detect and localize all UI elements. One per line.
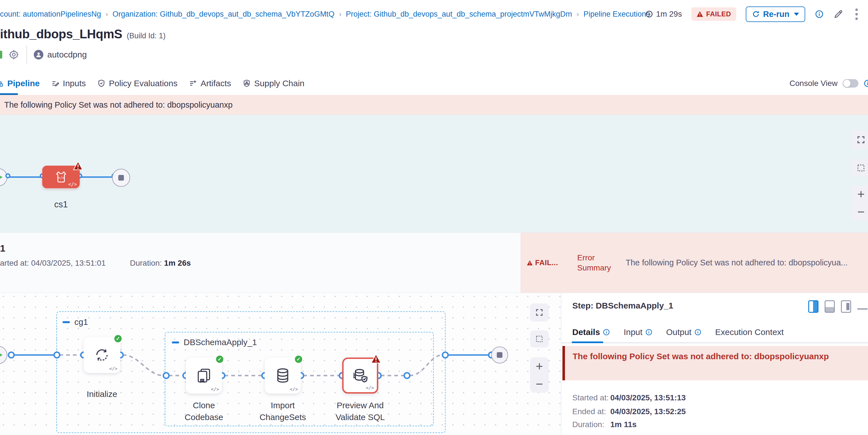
code-glyph: </> xyxy=(68,181,77,187)
failed-badge-icon xyxy=(371,354,381,364)
console-view-toggle[interactable] xyxy=(843,79,859,88)
fail-status-label: FAIL... xyxy=(535,258,558,267)
pipeline-execution-page: count: automationPipelinesNg › Organizat… xyxy=(0,0,868,435)
tab-details-label: Details xyxy=(572,328,600,337)
policy-warning-message: The following Policy Set was not adhered… xyxy=(4,100,232,110)
user-avatar xyxy=(34,50,43,59)
tab-pipeline-label: Pipeline xyxy=(7,79,40,88)
refresh-icon xyxy=(752,10,760,18)
zoom-in-button[interactable]: + xyxy=(857,188,865,200)
started-at-value: 04/03/2025, 13:51:13 xyxy=(610,393,686,402)
stage-detail-section: cg1 DBSchemaApply_1 xyxy=(0,293,868,435)
edit-pencil-icon[interactable] xyxy=(833,9,843,19)
active-tab-indicator xyxy=(572,341,603,343)
started-at-label: arted at: xyxy=(0,259,29,268)
info-icon[interactable] xyxy=(815,9,824,19)
success-badge-icon: ✓ xyxy=(114,334,123,343)
elapsed-time-value: 1m 29s xyxy=(656,9,682,19)
zoom-in-button[interactable]: + xyxy=(536,360,543,372)
tab-output[interactable]: Output xyxy=(666,328,702,337)
fullscreen-icon xyxy=(857,135,865,144)
page-title: ithub_dbops_LHqmS xyxy=(0,27,122,41)
breadcrumb: count: automationPipelinesNg › Organizat… xyxy=(0,0,650,28)
step-error-box: The following Policy Set was not adhered… xyxy=(562,346,868,380)
fullscreen-button[interactable] xyxy=(851,130,868,149)
fail-status-chip: FAIL... xyxy=(527,258,558,267)
fullscreen-icon xyxy=(535,308,544,317)
zoom-controls: + − xyxy=(530,357,549,393)
pipeline-end-node xyxy=(112,169,130,187)
panel-layout-switcher xyxy=(808,300,851,313)
duration-value: 1m 11s xyxy=(610,420,637,429)
layout-bottom-button[interactable] xyxy=(825,300,835,313)
select-region-button[interactable] xyxy=(530,331,549,347)
elapsed-time: 1m 29s xyxy=(645,9,682,19)
tag-chip-partial xyxy=(0,51,2,59)
tab-execution-context[interactable]: Execution Context xyxy=(715,328,783,337)
zoom-out-button[interactable]: − xyxy=(536,378,543,390)
execution-meta-row: autocdpng xyxy=(0,44,87,65)
info-icon[interactable] xyxy=(864,79,868,88)
tab-execution-context-label: Execution Context xyxy=(715,328,783,337)
database-check-icon xyxy=(351,367,369,384)
breadcrumb-account[interactable]: count: automationPipelinesNg xyxy=(0,10,101,19)
zoom-out-button[interactable]: − xyxy=(857,206,865,218)
stage-end-node xyxy=(491,346,508,364)
info-icon xyxy=(694,329,702,336)
duration-label: Duration: xyxy=(130,259,162,268)
started-at-label: Started at: xyxy=(572,393,609,402)
tab-supply-chain[interactable]: Supply Chain xyxy=(243,79,305,88)
stage-node-label: cs1 xyxy=(31,199,91,210)
breadcrumb-organization[interactable]: Organization: Github_db_devops_aut_db_sc… xyxy=(112,10,334,19)
tab-artifacts-label: Artifacts xyxy=(200,79,231,88)
tab-details[interactable]: Details xyxy=(572,328,610,337)
started-at-value: 04/03/2025, 13:51:01 xyxy=(31,259,106,268)
breadcrumb-project[interactable]: Project: Github_db_devops_aut_db_schema_… xyxy=(346,10,572,19)
tab-inputs[interactable]: Inputs xyxy=(51,79,86,88)
more-options-menu[interactable] xyxy=(853,7,860,21)
stage-node-cs1[interactable]: </> </> xyxy=(42,166,80,188)
top-toolbar: count: automationPipelinesNg › Organizat… xyxy=(0,0,868,28)
code-glyph: </> xyxy=(109,366,118,371)
tab-pipeline[interactable]: Pipeline xyxy=(0,79,40,88)
tab-artifacts[interactable]: Artifacts xyxy=(189,79,231,88)
stage-execution-graph: cg1 DBSchemaApply_1 xyxy=(0,293,561,435)
select-region-button[interactable] xyxy=(851,159,868,177)
info-icon xyxy=(603,329,610,336)
breadcrumb-pipeline-executions[interactable]: Pipeline Executions xyxy=(584,10,650,19)
gear-icon[interactable] xyxy=(8,49,19,60)
pipeline-graph-canvas: </> </> cs1 + − xyxy=(0,115,868,232)
step-node-import-changesets[interactable]: </> ✓ xyxy=(265,358,301,394)
clone-codebase-icon xyxy=(195,367,212,384)
layout-panel-button[interactable] xyxy=(841,300,851,313)
tab-policy-evaluations[interactable]: Policy Evaluations xyxy=(97,79,178,88)
success-badge-icon: ✓ xyxy=(294,355,303,364)
stage-info-bar: 1 arted at: 04/03/2025, 13:51:01 Duratio… xyxy=(0,232,868,293)
pipeline-icon xyxy=(0,79,4,88)
duration-label: Duration: xyxy=(572,420,604,429)
build-id: (Build Id: 1) xyxy=(127,32,165,40)
step-node-preview-validate-sql[interactable]: </> xyxy=(342,358,378,394)
title-section: ithub_dbops_LHqmS (Build Id: 1) autocdpn… xyxy=(0,28,868,72)
database-icon xyxy=(274,367,291,384)
step-node-clone-codebase[interactable]: </> ✓ xyxy=(186,358,222,394)
top-actions: 1m 29s FAILED Re-run xyxy=(645,0,860,28)
divider xyxy=(27,45,27,64)
minimize-panel-button[interactable]: — xyxy=(857,303,866,313)
layout-split-right-button[interactable] xyxy=(808,300,818,313)
fullscreen-button[interactable] xyxy=(530,304,549,321)
breadcrumb-separator: › xyxy=(339,10,341,19)
duration-value: 1m 26s xyxy=(164,259,191,268)
divider xyxy=(561,343,868,343)
step-label-import-changesets: Import ChangeSets xyxy=(255,400,311,423)
info-icon xyxy=(645,329,653,336)
tab-input[interactable]: Input xyxy=(624,328,653,337)
step-node-initialize[interactable]: </> ✓ xyxy=(84,337,120,373)
warning-icon xyxy=(696,11,703,17)
play-icon xyxy=(0,351,3,359)
inputs-icon xyxy=(51,79,59,88)
breadcrumb-separator: › xyxy=(105,10,108,19)
clock-icon xyxy=(645,10,653,18)
step-label-preview-validate-sql: Preview And Validate SQL xyxy=(327,400,394,423)
rerun-button[interactable]: Re-run xyxy=(746,6,805,22)
